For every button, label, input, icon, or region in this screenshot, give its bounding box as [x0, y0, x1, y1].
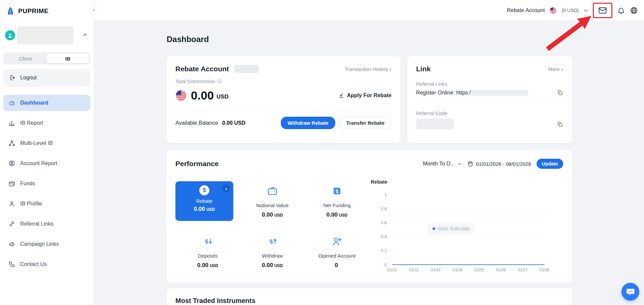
- dollar-up-icon: $: [267, 235, 278, 247]
- rebate-account-card: Rebate Account Transaction History › Tot…: [167, 56, 400, 143]
- redacted-chart-patch: [464, 185, 482, 205]
- tile-notional-value[interactable]: Notional Value 0.00USD: [240, 180, 305, 231]
- svg-text:$: $: [205, 238, 208, 245]
- us-flag-icon: [549, 7, 557, 14]
- tile-arrow-icon[interactable]: ›: [222, 184, 230, 192]
- brand-logo-icon: [5, 6, 15, 16]
- chat-bubble-icon: [626, 287, 635, 297]
- tooltip-date: 0102: [438, 226, 448, 231]
- svg-text:0107: 0107: [518, 267, 528, 272]
- sidebar-item-campaign-links[interactable]: Campaign Links: [3, 236, 90, 252]
- tile-value: 0: [335, 262, 338, 268]
- transfer-rebate-button[interactable]: Transfer Rebate: [339, 117, 392, 129]
- notifications-bell-icon[interactable]: [617, 6, 625, 14]
- svg-text:0102: 0102: [409, 267, 419, 272]
- logout-icon: [9, 74, 16, 81]
- divider: [416, 102, 563, 102]
- period-select-value: Month To D...: [423, 161, 455, 167]
- transaction-history-link[interactable]: Transaction History ›: [345, 66, 392, 72]
- tile-withdraw[interactable]: $ Withdraw 0.00USD: [240, 231, 305, 278]
- link-card-title: Link: [416, 65, 431, 73]
- account-dropdown-chevron[interactable]: [583, 8, 588, 13]
- sidebar-item-ib-report[interactable]: IB Report: [3, 115, 90, 131]
- tile-deposits[interactable]: $ Deposits 0.00USD: [175, 231, 240, 278]
- available-balance-label: Available Balance: [175, 120, 218, 126]
- chevron-down-icon: [457, 162, 462, 166]
- copy-link-icon[interactable]: [557, 89, 563, 96]
- tile-rebate[interactable]: › $ Rebate 0.00USD: [175, 181, 233, 221]
- logout-button[interactable]: Logout: [3, 69, 90, 87]
- svg-text:0.8: 0.8: [381, 206, 387, 211]
- svg-text:0.2: 0.2: [381, 248, 387, 253]
- tile-unit: USD: [206, 207, 215, 212]
- series-dot-icon: [433, 227, 435, 230]
- chat-support-button[interactable]: [621, 283, 639, 301]
- tooltip-value: 0.00 USD: [450, 226, 469, 231]
- sidebar-item-referral-links[interactable]: Referral Links: [3, 216, 90, 232]
- period-select[interactable]: Month To D...: [423, 161, 462, 167]
- tab-ib[interactable]: IB: [46, 53, 89, 64]
- sidebar-item-funds[interactable]: Funds: [3, 176, 90, 192]
- tile-label: Deposits: [198, 253, 217, 259]
- language-globe-icon[interactable]: [630, 6, 638, 14]
- copy-code-icon[interactable]: [557, 121, 563, 127]
- rebate-card-title: Rebate Account: [175, 65, 229, 73]
- svg-text:0101: 0101: [387, 267, 397, 272]
- tile-opened-account[interactable]: Opened Account 0: [305, 231, 369, 278]
- wallet-icon: [8, 180, 15, 187]
- date-range-picker[interactable]: 01/01/2026 - 08/01/2026: [467, 161, 531, 167]
- tile-value: 0.00: [197, 262, 208, 268]
- sidebar-item-dashboard[interactable]: Dashboard: [3, 95, 90, 111]
- referral-url-redacted: [472, 90, 528, 96]
- performance-tiles: › $ Rebate 0.00USD Notional Value 0.00US…: [175, 180, 369, 278]
- tile-unit: USD: [274, 263, 283, 268]
- sidebar-item-label: Campaign Links: [20, 241, 59, 247]
- chevron-right-icon: ›: [561, 66, 563, 72]
- total-commission-label: Total Commission: [175, 78, 215, 84]
- person-circle-icon: [8, 160, 15, 167]
- performance-card: Performance Month To D... 01/01/2026 - 0…: [167, 150, 572, 283]
- sidebar-collapse-button[interactable]: ‹: [90, 5, 98, 14]
- available-balance-value: 0.00 USD: [222, 120, 245, 126]
- referral-code-label: Referral Code: [416, 110, 563, 116]
- tile-unit: USD: [210, 263, 218, 268]
- avatar: [5, 30, 15, 40]
- tab-client[interactable]: Client: [4, 53, 46, 64]
- tile-value: 0.00: [262, 262, 273, 268]
- tile-unit: USD: [274, 213, 283, 218]
- mail-icon[interactable]: [598, 6, 607, 15]
- update-button[interactable]: Update: [537, 159, 563, 169]
- info-icon[interactable]: [217, 79, 222, 84]
- sidebar-item-label: Dashboard: [20, 100, 48, 106]
- sidebar-item-contact-us[interactable]: Contact Us: [3, 256, 90, 272]
- page-title: Dashboard: [167, 35, 209, 44]
- tab-ib-label: IB: [65, 56, 70, 62]
- sidebar-item-label: Referral Links: [20, 221, 54, 227]
- total-commission-amount: 0.00: [191, 89, 214, 102]
- rebate-coin-icon: $: [199, 185, 209, 195]
- sidebar-item-label: Funds: [20, 181, 35, 187]
- chevron-up-icon[interactable]: [82, 32, 88, 38]
- dollar-down-icon: $: [202, 235, 213, 247]
- more-label: More: [548, 66, 560, 72]
- sidebar-item-ib-profile[interactable]: IB Profile: [3, 196, 90, 212]
- apply-for-rebate-label: Apply For Rebate: [347, 92, 392, 99]
- apply-for-rebate-link[interactable]: Apply For Rebate: [338, 92, 392, 99]
- svg-text:0105: 0105: [474, 267, 484, 272]
- person-plus-icon: [332, 235, 342, 247]
- svg-text:0103: 0103: [431, 267, 441, 272]
- withdraw-rebate-button[interactable]: Withdraw Rebate: [281, 117, 335, 129]
- sidebar-item-account-report[interactable]: Account Report: [3, 155, 90, 171]
- tab-client-label: Client: [19, 56, 32, 62]
- user-name-redacted: [17, 26, 73, 44]
- transaction-history-label: Transaction History: [345, 66, 388, 72]
- svg-text:0.4: 0.4: [381, 234, 387, 239]
- apply-rebate-icon: [338, 92, 344, 99]
- more-link[interactable]: More ›: [548, 66, 563, 72]
- tile-net-funding[interactable]: $ Net Funding 0.00USD: [305, 180, 369, 231]
- svg-text:0.6: 0.6: [381, 220, 387, 225]
- user-card[interactable]: [0, 26, 94, 45]
- sidebar-item-multi-level-ib[interactable]: Multi-Level IB: [3, 135, 90, 151]
- svg-text:0106: 0106: [496, 267, 506, 272]
- megaphone-icon: [8, 241, 15, 247]
